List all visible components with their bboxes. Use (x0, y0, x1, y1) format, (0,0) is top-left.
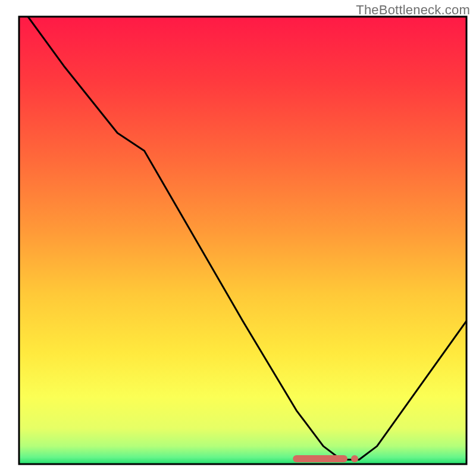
watermark-text: TheBottleneck.com (356, 2, 470, 18)
chart-container: TheBottleneck.com (0, 0, 476, 476)
plot-background (19, 17, 466, 464)
svg-point-2 (351, 455, 358, 462)
bottleneck-chart (0, 0, 476, 476)
